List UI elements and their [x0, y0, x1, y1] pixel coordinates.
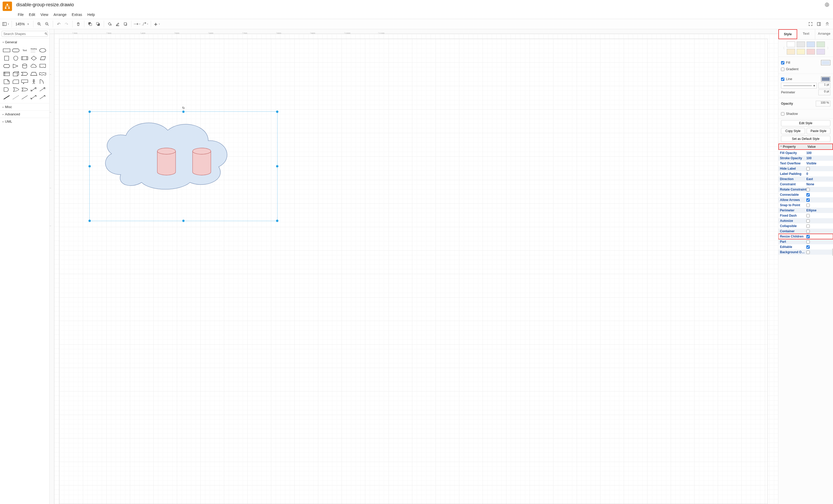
collapse-icon[interactable] [824, 20, 831, 28]
property-row[interactable]: PerimeterEllipse [778, 208, 833, 213]
shape-circle[interactable] [12, 55, 20, 61]
property-row[interactable]: DirectionEast [778, 176, 833, 182]
shape-text[interactable]: Text [21, 47, 29, 53]
property-row[interactable]: Label Padding0 [778, 171, 833, 176]
property-value[interactable] [806, 167, 831, 171]
fullscreen-icon[interactable] [807, 20, 814, 28]
line-checkbox[interactable]: Line [781, 77, 792, 81]
property-value[interactable] [806, 224, 831, 228]
property-value[interactable] [806, 214, 831, 218]
shape-hexagon[interactable] [3, 63, 11, 69]
property-row[interactable]: Background Outline [778, 250, 833, 255]
page[interactable]: ↻ [59, 39, 768, 504]
category-advanced[interactable]: Advanced [0, 110, 49, 118]
property-value[interactable] [806, 240, 831, 244]
shape-cylinder[interactable] [21, 63, 29, 69]
shape-parallelogram[interactable] [39, 55, 47, 61]
line-color-icon[interactable] [114, 20, 121, 28]
property-value[interactable] [806, 245, 831, 249]
line-color-swatch[interactable] [821, 76, 830, 82]
shape-card[interactable] [12, 79, 20, 85]
shape-dir-thin[interactable] [39, 94, 47, 100]
menu-extras[interactable]: Extras [70, 12, 85, 17]
color-swatch[interactable] [807, 42, 815, 47]
paste-style-button[interactable]: Paste Style [807, 128, 831, 134]
property-value[interactable] [806, 250, 831, 254]
property-row[interactable]: Autosize [778, 218, 833, 223]
property-value[interactable]: Visible [806, 161, 831, 165]
fill-color-icon[interactable] [106, 20, 113, 28]
shape-dashed[interactable] [12, 94, 20, 100]
rotate-handle-icon[interactable]: ↻ [182, 106, 185, 110]
property-row[interactable]: Text OverflowVisible [778, 161, 833, 166]
shape-diamond[interactable] [30, 55, 38, 61]
shape-or[interactable] [12, 86, 20, 93]
fill-checkbox[interactable]: Fill [781, 61, 790, 65]
delete-icon[interactable] [75, 20, 82, 28]
search-shapes-input[interactable]: 🔍︎ [2, 31, 48, 37]
shape-line1[interactable] [21, 94, 29, 100]
property-row[interactable]: Allow Arrows [778, 197, 833, 203]
property-value[interactable]: 100 [806, 151, 831, 155]
perimeter-input[interactable]: 0 pt [818, 90, 830, 95]
shape-process[interactable] [21, 55, 29, 61]
edit-style-button[interactable]: Edit Style [781, 120, 830, 126]
resize-handle-sw[interactable] [89, 220, 91, 222]
shape-arc[interactable] [39, 79, 47, 85]
shape-bidir-thin[interactable] [30, 94, 38, 100]
shape-actor[interactable] [30, 79, 38, 85]
menu-view[interactable]: View [39, 12, 50, 17]
property-row[interactable]: Connectable [778, 192, 833, 197]
property-value[interactable] [806, 219, 831, 223]
shape-rect[interactable] [3, 47, 11, 53]
zoom-in-icon[interactable] [35, 20, 43, 28]
line-style-select[interactable]: ▼ [781, 83, 817, 89]
shape-triangle[interactable] [12, 63, 20, 69]
shape-cube[interactable] [12, 71, 20, 77]
property-value[interactable] [806, 198, 831, 202]
color-swatch[interactable] [807, 49, 815, 54]
property-value[interactable] [806, 193, 831, 197]
property-value[interactable] [806, 203, 831, 207]
shape-cloud[interactable] [30, 63, 38, 69]
property-value[interactable] [806, 229, 831, 233]
shape-callout[interactable] [21, 79, 29, 85]
color-swatch[interactable] [787, 49, 795, 54]
format-panel-icon[interactable] [815, 20, 823, 28]
property-row[interactable]: Container [778, 229, 833, 234]
tab-style[interactable]: Style [778, 29, 797, 39]
property-value[interactable] [806, 235, 831, 238]
to-front-icon[interactable] [87, 20, 94, 28]
selection-marquee[interactable]: ↻ [89, 111, 278, 221]
resize-handle-ne[interactable] [276, 111, 279, 113]
set-default-style-button[interactable]: Set as Default Style [781, 136, 830, 142]
insert-icon[interactable]: ＋▼ [153, 20, 161, 28]
shape-document[interactable] [39, 63, 47, 69]
language-icon[interactable]: 🌐︎ [824, 2, 830, 9]
tab-arrange[interactable]: Arrange [815, 29, 833, 39]
property-value[interactable]: 0 [806, 172, 831, 176]
property-row[interactable]: Stroke Opacity100 [778, 156, 833, 161]
zoom-out-icon[interactable] [43, 20, 51, 28]
shape-and[interactable] [3, 86, 11, 93]
tab-text[interactable]: Text [797, 29, 815, 39]
shape-bidir-arrow[interactable] [30, 86, 38, 93]
shape-note[interactable] [3, 79, 11, 85]
shape-arrow[interactable] [39, 86, 47, 93]
shape-heading[interactable]: Heading―――――― [30, 47, 38, 53]
menu-help[interactable]: Help [85, 12, 97, 17]
property-row[interactable]: Hide Label [778, 166, 833, 171]
color-swatch[interactable] [816, 42, 825, 47]
property-row[interactable]: Collapsible [778, 223, 833, 229]
color-swatch[interactable] [797, 42, 805, 47]
shape-ellipse[interactable] [39, 47, 47, 53]
copy-style-button[interactable]: Copy Style [781, 128, 805, 134]
search-input-field[interactable] [3, 32, 44, 36]
opacity-input[interactable]: 100 % [816, 101, 830, 106]
menu-file[interactable]: File [16, 12, 26, 17]
category-misc[interactable]: Misc [0, 103, 49, 110]
shape-tape[interactable] [39, 71, 47, 77]
property-value[interactable]: None [806, 182, 831, 186]
property-value[interactable]: 100 [806, 156, 831, 160]
shape-step[interactable] [21, 71, 29, 77]
